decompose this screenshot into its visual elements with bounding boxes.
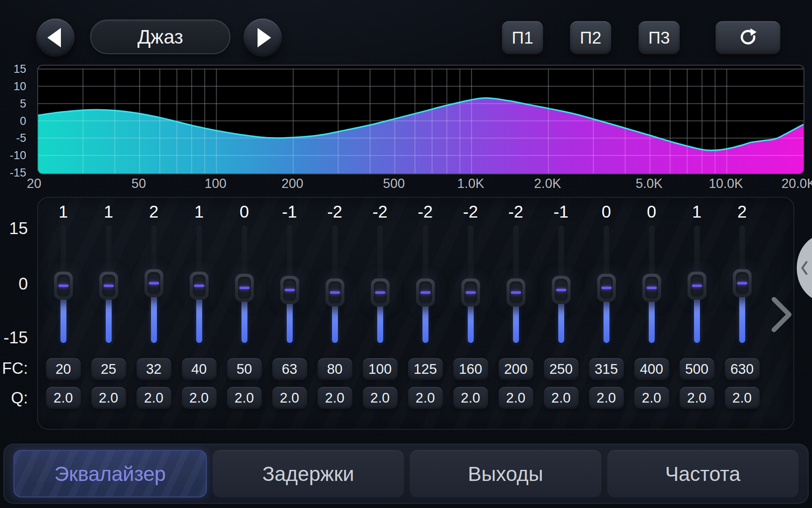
band-gain-value: -2 [403,202,448,221]
preset-name-selector[interactable]: Джаз [90,19,230,54]
band-fc-value[interactable]: 250 [544,358,579,380]
chevron-right-icon [771,296,793,333]
band-q-value[interactable]: 2.0 [680,387,714,409]
tab-equalizer-label: Эквалайзер [54,462,166,486]
tab-equalizer[interactable]: Эквалайзер [14,450,207,497]
band-fc-value[interactable]: 400 [634,358,669,380]
band-fc-value[interactable]: 500 [680,358,714,380]
preset-prev-button[interactable] [36,19,74,57]
band-gain-value: 1 [176,202,222,221]
band-fc-value[interactable]: 25 [91,358,126,380]
band-gain-value: 1 [674,202,719,221]
band-q-value[interactable]: 2.0 [227,387,262,409]
frequency-axis-tick-label: 20.0K [782,176,812,191]
band-slider-fill [558,301,564,343]
band-slider-thumb[interactable] [461,279,480,306]
band-slider-fill [332,304,338,343]
band-fc-value[interactable]: 315 [589,358,624,380]
bands-page-next-button[interactable] [771,296,793,333]
band-slider-thumb[interactable] [597,274,616,302]
band-q-value[interactable]: 2.0 [589,387,624,409]
memory-preset-3-button[interactable]: П3 [639,21,680,54]
preset-next-button[interactable] [244,19,282,57]
band-fc-value[interactable]: 100 [363,358,398,380]
band-slider-thumb[interactable] [688,272,706,300]
tab-outputs[interactable]: Выходы [410,450,601,497]
band-fc-value[interactable]: 20 [46,358,81,380]
band-q-value[interactable]: 2.0 [318,387,352,409]
band-q-value[interactable]: 2.0 [544,387,579,409]
band-fc-value[interactable]: 160 [453,358,488,380]
band-slider-thumb[interactable] [733,269,752,297]
band-slider-thumb[interactable] [235,274,254,302]
band-q-value[interactable]: 2.0 [363,387,398,409]
band-slider-thumb[interactable] [280,276,299,304]
refresh-icon [738,28,758,47]
band-slider-fill [468,304,474,343]
thumb-dash-icon [58,284,69,287]
band-q-value[interactable]: 2.0 [634,387,669,409]
thumb-dash-icon [737,282,747,284]
band-fc-value[interactable]: 125 [408,358,443,380]
band-slider-thumb[interactable] [326,279,344,306]
tab-delays[interactable]: Задержки [213,450,404,497]
thumb-dash-icon [104,284,114,287]
band-slider-fill [287,301,293,343]
eq-band: 26302.0 [719,197,765,430]
tab-frequency[interactable]: Частота [607,450,799,497]
thumb-dash-icon [330,291,340,294]
band-slider-thumb[interactable] [416,279,435,306]
band-fc-value[interactable]: 63 [272,358,307,380]
frequency-axis-tick-label: 10.0K [709,176,743,191]
band-slider-thumb[interactable] [371,279,390,306]
band-slider-fill [377,304,383,343]
frequency-axis: 20501002005001.0K2.0K5.0K10.0K20.0K [37,176,803,192]
band-gain-value: -2 [493,202,538,221]
tab-delays-label: Задержки [262,462,354,486]
band-q-value[interactable]: 2.0 [408,387,443,409]
eq-band: 04002.0 [629,197,674,430]
band-fc-value[interactable]: 40 [182,358,217,380]
band-gain-value: -2 [312,202,357,221]
eq-band: 2322.0 [131,197,176,430]
band-slider-fill [151,294,157,343]
band-fc-value[interactable]: 32 [137,358,171,380]
db-axis-tick-label: -15 [4,167,26,179]
frequency-axis-tick-label: 100 [205,176,227,191]
band-slider-fill [422,304,428,343]
band-gain-value: -1 [538,202,584,221]
band-slider-thumb[interactable] [642,274,661,302]
frequency-axis-tick-label: 5.0K [636,176,663,191]
memory-preset-1-button[interactable]: П1 [502,21,543,54]
band-slider-thumb[interactable] [190,272,208,300]
band-fc-value[interactable]: 80 [318,358,352,380]
eq-band: -12502.0 [538,197,584,430]
band-q-value[interactable]: 2.0 [91,387,126,409]
band-slider-thumb[interactable] [99,272,118,300]
memory-preset-2-button[interactable]: П2 [570,21,611,54]
band-slider-thumb[interactable] [145,269,163,297]
side-drawer-handle[interactable] [795,238,812,298]
band-q-value[interactable]: 2.0 [46,387,81,409]
band-q-value[interactable]: 2.0 [453,387,488,409]
thumb-dash-icon [647,287,657,289]
thumb-dash-icon [511,291,521,294]
band-slider-thumb[interactable] [54,272,73,300]
band-q-value[interactable]: 2.0 [137,387,171,409]
reset-button[interactable] [716,21,780,54]
band-slider-thumb[interactable] [552,276,571,304]
memory-preset-3-label: П3 [648,28,670,47]
band-gain-value: 0 [222,202,267,221]
band-fc-value[interactable]: 630 [725,358,760,380]
band-fc-value[interactable]: 50 [227,358,262,380]
band-slider-fill [649,299,655,343]
band-slider-thumb[interactable] [507,279,525,306]
band-q-value[interactable]: 2.0 [725,387,760,409]
eq-band: 03152.0 [584,197,629,430]
band-q-value[interactable]: 2.0 [272,387,307,409]
band-fc-value[interactable]: 200 [499,358,533,380]
band-q-value[interactable]: 2.0 [499,387,533,409]
band-gain-value: -1 [267,202,312,221]
thumb-dash-icon [149,282,159,284]
band-q-value[interactable]: 2.0 [182,387,217,409]
